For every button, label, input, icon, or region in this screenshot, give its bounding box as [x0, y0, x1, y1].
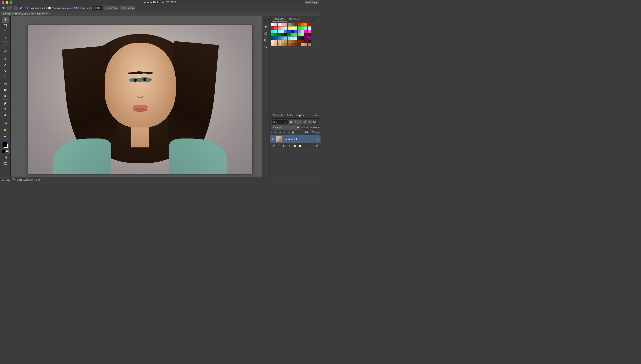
- swatch-cell[interactable]: [284, 30, 287, 33]
- swatch-cell[interactable]: [294, 30, 297, 33]
- swatch-cell[interactable]: [301, 43, 304, 46]
- layer-delete-button[interactable]: 🗑: [315, 144, 319, 148]
- blend-mode-select[interactable]: Normal: [271, 125, 300, 130]
- swatch-cell[interactable]: [274, 23, 277, 26]
- swatch-cell[interactable]: [278, 23, 281, 26]
- brush-tool[interactable]: [2, 62, 9, 68]
- swatch-cell[interactable]: [308, 36, 311, 40]
- canvas-area[interactable]: [11, 16, 270, 177]
- filter-adjustment-icon[interactable]: ✎: [294, 120, 298, 124]
- swatch-cell[interactable]: [294, 26, 297, 30]
- swatch-cell[interactable]: [298, 26, 301, 30]
- swatch-cell[interactable]: [284, 40, 287, 43]
- swatches-tab[interactable]: Swatches: [272, 17, 287, 22]
- zoom-out-button[interactable]: −: [7, 6, 12, 10]
- swatch-cell[interactable]: [284, 33, 287, 36]
- swatch-cell[interactable]: [274, 40, 277, 43]
- layers-trash-icon[interactable]: 🗑: [315, 114, 318, 116]
- layer-filter-toggle[interactable]: [312, 120, 319, 124]
- panel-icon-tool-options[interactable]: [263, 17, 269, 23]
- foreground-color-swatch[interactable]: [2, 142, 7, 147]
- opacity-value[interactable]: 100%: [311, 126, 317, 129]
- layer-link-button[interactable]: 🔗: [271, 144, 275, 148]
- hand-tool[interactable]: ✋: [2, 127, 9, 133]
- swatch-cell[interactable]: [291, 23, 294, 26]
- document-tab[interactable]: justyna-1838 copy @ 33.3% (RGB/8*) ×: [1, 12, 50, 15]
- swatch-cell[interactable]: [308, 40, 311, 43]
- swatch-cell[interactable]: [301, 33, 304, 36]
- swatch-cell[interactable]: [294, 23, 297, 26]
- pen-tool[interactable]: [2, 100, 9, 106]
- fill-screen-button[interactable]: Fill Screen: [120, 6, 136, 10]
- status-info-icon[interactable]: [12, 178, 15, 181]
- default-colors-icon[interactable]: [2, 150, 5, 153]
- swatch-cell[interactable]: [281, 33, 284, 36]
- magic-wand-tool[interactable]: ✦: [2, 35, 9, 41]
- swatch-cell[interactable]: [301, 40, 304, 43]
- swatch-cell[interactable]: [308, 30, 311, 33]
- swatch-cell[interactable]: [274, 30, 277, 33]
- document-close-button[interactable]: ×: [46, 12, 47, 15]
- swatch-cell[interactable]: [291, 26, 294, 30]
- filter-type-icon[interactable]: T: [298, 120, 302, 124]
- dodge-tool[interactable]: ◉: [2, 93, 9, 99]
- layer-visibility-icon[interactable]: 👁: [271, 137, 275, 141]
- swatch-cell[interactable]: [288, 33, 291, 36]
- swatch-cell[interactable]: [278, 26, 281, 30]
- status-arrow[interactable]: ▶: [38, 178, 40, 181]
- zoom-value-input[interactable]: [93, 6, 102, 10]
- maximize-window-button[interactable]: [10, 1, 12, 4]
- zoom-all-checkbox[interactable]: Zoom All Windows: [48, 7, 72, 9]
- swatch-cell[interactable]: [298, 30, 301, 33]
- move-tool[interactable]: [2, 17, 9, 23]
- quick-mask-button[interactable]: [2, 155, 9, 160]
- swatch-cell[interactable]: [281, 36, 284, 40]
- layers-menu-icon[interactable]: ≡: [318, 114, 320, 116]
- lock-transparent-icon[interactable]: ◼: [278, 130, 282, 134]
- swatch-cell[interactable]: [291, 33, 294, 36]
- swatch-cell[interactable]: [308, 43, 311, 46]
- swatch-cell[interactable]: [304, 40, 307, 43]
- fit-screen-button[interactable]: Fit Screen: [104, 6, 119, 10]
- swatch-cell[interactable]: [284, 36, 287, 40]
- resize-windows-input[interactable]: [20, 7, 22, 9]
- swatch-cell[interactable]: [288, 36, 291, 40]
- filter-shape-icon[interactable]: ⬡: [303, 120, 307, 124]
- swatch-cell[interactable]: [281, 43, 284, 46]
- swatch-cell[interactable]: [288, 30, 291, 33]
- swatch-cell[interactable]: [288, 40, 291, 43]
- fill-value[interactable]: 100%: [310, 131, 316, 134]
- swatch-cell[interactable]: [291, 40, 294, 43]
- swatch-cell[interactable]: [281, 40, 284, 43]
- minimize-window-button[interactable]: [6, 1, 8, 4]
- swatch-cell[interactable]: [308, 26, 311, 30]
- layer-mask-button[interactable]: ◐: [282, 144, 286, 148]
- swatch-cell[interactable]: [281, 23, 284, 26]
- workspace-selector[interactable]: Painting ▾: [304, 0, 319, 4]
- shape-tool[interactable]: [2, 120, 9, 126]
- swatch-cell[interactable]: [271, 36, 274, 40]
- color-swatches[interactable]: [1, 141, 9, 149]
- scrubby-zoom-input[interactable]: [73, 7, 76, 9]
- fill-dropdown-arrow[interactable]: ▾: [318, 131, 319, 134]
- lasso-tool[interactable]: ⌒: [2, 29, 9, 35]
- swatch-cell[interactable]: [294, 33, 297, 36]
- panel-icon-3d[interactable]: [263, 30, 269, 36]
- scrubby-zoom-checkbox[interactable]: Scrubby Zoom: [73, 7, 92, 9]
- swatch-cell[interactable]: [308, 23, 311, 26]
- swatch-cell[interactable]: [298, 36, 301, 40]
- swatch-cell[interactable]: [304, 30, 307, 33]
- swatch-cell[interactable]: [304, 33, 307, 36]
- swatch-cell[interactable]: [271, 40, 274, 43]
- swatch-cell[interactable]: [291, 43, 294, 46]
- swatch-cell[interactable]: [281, 30, 284, 33]
- layer-row-background[interactable]: 👁 Background 🔒: [270, 135, 320, 143]
- layers-tab[interactable]: Layers: [295, 113, 306, 118]
- swatch-cell[interactable]: [281, 26, 284, 30]
- swatch-cell[interactable]: [278, 43, 281, 46]
- swatch-cell[interactable]: [294, 43, 297, 46]
- panel-icon-playback[interactable]: [263, 24, 269, 30]
- swatch-cell[interactable]: [301, 36, 304, 40]
- swatch-cell[interactable]: [304, 36, 307, 40]
- resize-windows-checkbox[interactable]: Resize Windows to Fit: [20, 7, 47, 9]
